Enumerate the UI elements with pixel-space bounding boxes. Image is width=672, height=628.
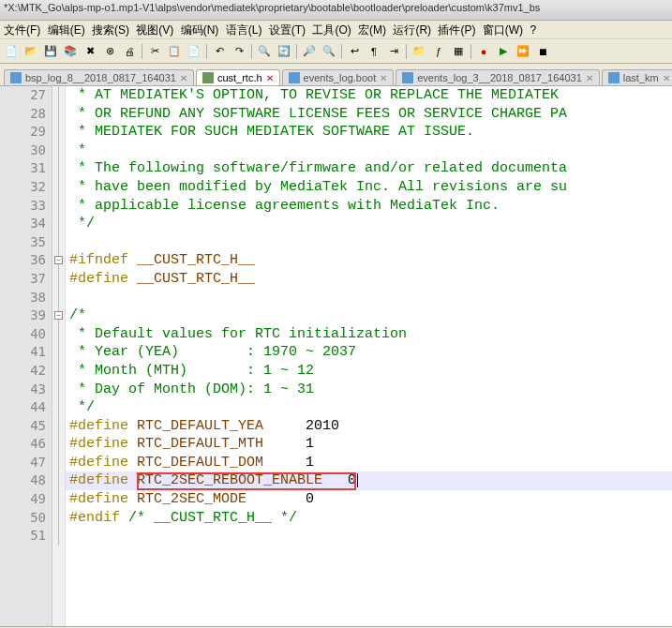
code-line[interactable]: * Default values for RTC initialization	[66, 325, 672, 344]
tabbar: bsp_log_8__2018_0817_164031✕cust_rtc.h✕e…	[0, 64, 672, 86]
save-icon[interactable]: 💾	[41, 42, 60, 61]
menu-language[interactable]: 语言(L)	[226, 23, 262, 37]
menu-help[interactable]: ?	[530, 23, 536, 37]
file-icon	[289, 72, 300, 83]
line-number: 51	[0, 527, 46, 546]
tab[interactable]: bsp_log_8__2018_0817_164031✕	[4, 69, 194, 85]
undo-icon[interactable]: ↶	[210, 42, 229, 61]
tab-close-icon[interactable]: ✕	[586, 73, 593, 83]
print-icon[interactable]: 🖨	[120, 42, 139, 61]
redo-icon[interactable]: ↷	[230, 42, 248, 61]
line-number: 46	[0, 435, 46, 454]
code-line[interactable]: *	[66, 142, 672, 160]
code-line[interactable]: #define RTC_DEFAULT_MTH 1	[66, 435, 672, 454]
code-line[interactable]: #define RTC_DEFAULT_DOM 1	[66, 454, 672, 472]
menu-edit[interactable]: 编辑(E)	[48, 23, 85, 37]
find-icon[interactable]: 🔍	[255, 42, 274, 61]
code-line[interactable]: * Day of Month (DOM): 1 ~ 31	[66, 381, 672, 399]
code-line[interactable]	[66, 527, 672, 546]
line-number: 32	[0, 178, 46, 197]
tab-close-icon[interactable]: ✕	[380, 73, 387, 83]
code-line[interactable]	[66, 233, 672, 252]
zoom-in-icon[interactable]: 🔎	[300, 42, 319, 61]
copy-icon[interactable]: 📋	[165, 42, 184, 61]
tab[interactable]: last_km✕	[602, 69, 672, 85]
function-list-icon[interactable]: ƒ	[429, 42, 448, 61]
show-all-icon[interactable]: ¶	[365, 42, 383, 61]
menu-encoding[interactable]: 编码(N)	[181, 23, 219, 37]
fold-toggle-icon[interactable]: −	[54, 256, 63, 264]
line-number: 36	[0, 251, 46, 270]
line-number: 31	[0, 159, 46, 178]
menu-search[interactable]: 搜索(S)	[92, 23, 129, 37]
line-number: 28	[0, 105, 46, 124]
fast-icon[interactable]: ⏩	[514, 42, 532, 61]
code-line[interactable]: #define RTC_DEFAULT_YEA 2010	[66, 417, 672, 436]
separator	[341, 44, 342, 59]
zoom-out-icon[interactable]: 🔍	[320, 42, 338, 61]
tab[interactable]: cust_rtc.h✕	[196, 69, 280, 85]
code-line[interactable]: * Month (MTH) : 1 ~ 12	[66, 362, 672, 381]
tab[interactable]: events_log_3__2018_0817_164031✕	[396, 69, 600, 85]
new-file-icon[interactable]: 📄	[2, 42, 21, 61]
stop-icon[interactable]: ⏹	[533, 42, 552, 61]
code-line[interactable]: #ifndef __CUST_RTC_H__	[66, 251, 672, 270]
wrap-icon[interactable]: ↩	[345, 42, 364, 61]
tab-close-icon[interactable]: ✕	[180, 73, 187, 83]
menu-settings[interactable]: 设置(T)	[269, 23, 306, 37]
menu-macro[interactable]: 宏(M)	[358, 23, 386, 37]
menu-run[interactable]: 运行(R)	[393, 23, 431, 37]
line-number: 30	[0, 142, 46, 160]
titlebar: *X:\MTK_Go\alps-mp-o1.mp1-V1\alps\vendor…	[0, 0, 672, 21]
tab-close-icon[interactable]: ✕	[663, 73, 670, 83]
tab[interactable]: events_log.boot✕	[282, 69, 395, 85]
code-line[interactable]: * OR REFUND ANY SOFTWARE LICENSE FEES OR…	[66, 105, 672, 124]
line-number: 42	[0, 362, 46, 381]
indent-icon[interactable]: ⇥	[384, 42, 403, 61]
code-line[interactable]	[66, 289, 672, 307]
replace-icon[interactable]: 🔄	[275, 42, 293, 61]
code-line[interactable]: #endif /* __CUST_RTC_H__ */	[66, 509, 672, 528]
file-icon	[402, 72, 413, 83]
play-icon[interactable]: ▶	[494, 42, 513, 61]
folder-icon[interactable]: 📁	[410, 42, 428, 61]
menu-plugins[interactable]: 插件(P)	[438, 23, 475, 37]
file-icon	[608, 72, 620, 83]
separator	[470, 44, 471, 59]
save-all-icon[interactable]: 📚	[61, 42, 80, 61]
code-line[interactable]: * have been modified by MediaTek Inc. Al…	[66, 178, 672, 197]
paste-icon[interactable]: 📄	[185, 42, 203, 61]
map-icon[interactable]: ▦	[449, 42, 468, 61]
line-number: 29	[0, 123, 46, 142]
menu-view[interactable]: 视图(V)	[136, 23, 173, 37]
open-file-icon[interactable]: 📂	[22, 42, 40, 61]
tab-label: bsp_log_8__2018_0817_164031	[25, 72, 176, 83]
code-editor[interactable]: * AT MEDIATEK'S OPTION, TO REVISE OR REP…	[66, 86, 672, 626]
code-line[interactable]: */	[66, 215, 672, 233]
menu-tools[interactable]: 工具(O)	[312, 23, 351, 37]
close-all-icon[interactable]: ⊗	[100, 42, 119, 61]
code-line[interactable]: #define __CUST_RTC_H__	[66, 270, 672, 289]
cut-icon[interactable]: ✂	[145, 42, 164, 61]
code-line[interactable]: * MEDIATEK FOR SUCH MEDIATEK SOFTWARE AT…	[66, 123, 672, 142]
fold-toggle-icon[interactable]: −	[54, 311, 63, 320]
code-line[interactable]: /*	[66, 307, 672, 325]
code-line[interactable]: #define RTC_2SEC_MODE 0	[66, 490, 672, 509]
menubar: 文件(F) 编辑(E) 搜索(S) 视图(V) 编码(N) 语言(L) 设置(T…	[0, 21, 672, 39]
code-line[interactable]: * The following software/firmware and/or…	[66, 159, 672, 178]
close-icon[interactable]: ✖	[81, 42, 99, 61]
line-number: 27	[0, 86, 46, 105]
menu-window[interactable]: 窗口(W)	[483, 23, 523, 37]
code-line[interactable]: #define RTC_2SEC_REBOOT_ENABLE 0	[66, 471, 672, 490]
record-icon[interactable]: ●	[474, 42, 493, 61]
tab-close-icon[interactable]: ✕	[266, 73, 274, 83]
code-line[interactable]: * Year (YEA) : 1970 ~ 2037	[66, 343, 672, 362]
file-icon	[10, 72, 22, 83]
line-number: 41	[0, 343, 46, 362]
menu-file[interactable]: 文件(F)	[4, 23, 40, 37]
line-number: 39	[0, 307, 46, 325]
code-line[interactable]: * applicable license agreements with Med…	[66, 197, 672, 216]
toolbar: 📄 📂 💾 📚 ✖ ⊗ 🖨 ✂ 📋 📄 ↶ ↷ 🔍 🔄 🔎 🔍 ↩ ¶ ⇥ 📁 …	[0, 39, 672, 64]
code-line[interactable]: */	[66, 398, 672, 417]
code-line[interactable]: * AT MEDIATEK'S OPTION, TO REVISE OR REP…	[66, 86, 672, 105]
